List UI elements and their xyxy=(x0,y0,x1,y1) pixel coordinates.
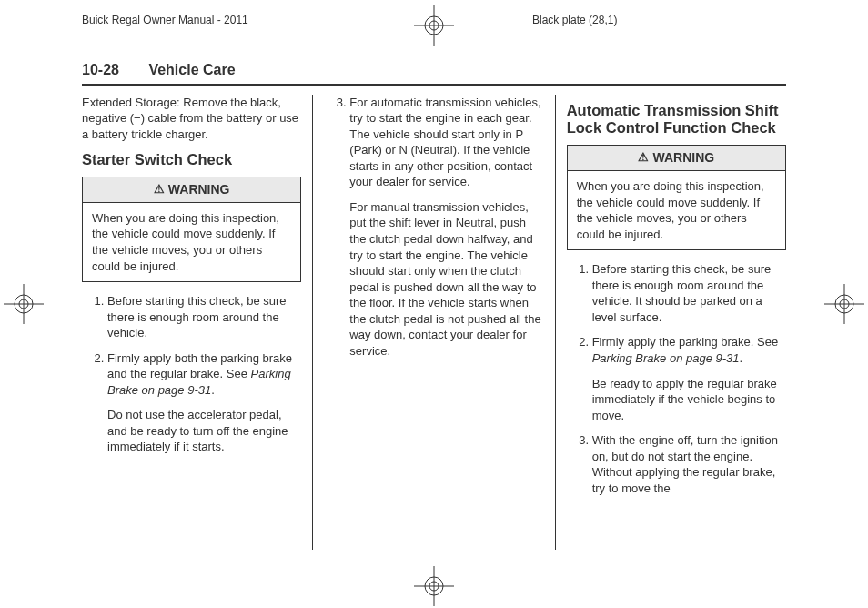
steps-list-cont: For automatic transmission vehicles, try… xyxy=(324,95,543,360)
page-body: 10-28 Vehicle Care Extended Storage: Rem… xyxy=(0,53,868,550)
heading-shift-lock: Automatic Transmission Shift Lock Contro… xyxy=(567,102,786,138)
intro-paragraph: Extended Storage: Remove the black, nega… xyxy=(82,95,301,143)
steps-list: Before starting this check, be sure ther… xyxy=(567,261,786,496)
registration-mark-left xyxy=(4,284,44,324)
step-1: Before starting this check, be sure ther… xyxy=(592,261,786,325)
column-1: Extended Storage: Remove the black, nega… xyxy=(82,95,312,550)
warning-icon: ⚠ xyxy=(154,182,165,196)
warning-body: When you are doing this inspection, the … xyxy=(83,203,300,281)
registration-mark-bottom xyxy=(414,566,454,606)
steps-list: Before starting this check, be sure ther… xyxy=(82,293,301,455)
step-1: Before starting this check, be sure ther… xyxy=(107,293,301,341)
warning-header: ⚠WARNING xyxy=(83,177,300,203)
content-columns: Extended Storage: Remove the black, nega… xyxy=(82,95,786,550)
section-title: Vehicle Care xyxy=(148,62,235,77)
warning-label: WARNING xyxy=(652,150,714,165)
step-2-followup: Be ready to apply the regular brake imme… xyxy=(592,376,786,424)
column-3: Automatic Transmission Shift Lock Contro… xyxy=(556,95,786,550)
section-header: 10-28 Vehicle Care xyxy=(82,53,786,86)
step-3-followup: For manual transmission vehicles, put th… xyxy=(349,199,543,359)
step-2: Firmly apply both the parking brake and … xyxy=(107,350,301,455)
warning-body: When you are doing this inspection, the … xyxy=(568,171,785,249)
step-2: Firmly apply the parking brake. See Park… xyxy=(592,334,786,423)
registration-mark-right xyxy=(824,284,864,324)
warning-label: WARNING xyxy=(168,182,230,197)
step-2-followup: Do not use the accelerator pedal, and be… xyxy=(107,407,301,455)
warning-box: ⚠WARNING When you are doing this inspect… xyxy=(567,145,786,250)
warning-box: ⚠WARNING When you are doing this inspect… xyxy=(82,177,301,282)
step-3: With the engine off, turn the ignition o… xyxy=(592,432,786,496)
header-right: Black plate (28,1) xyxy=(532,13,617,27)
column-2: For automatic transmission vehicles, try… xyxy=(313,95,554,550)
warning-header: ⚠WARNING xyxy=(568,146,785,171)
step-3: For automatic transmission vehicles, try… xyxy=(349,95,543,360)
print-header: Buick Regal Owner Manual - 2011 Black pl… xyxy=(0,0,868,53)
page-number: 10-28 xyxy=(82,62,119,77)
warning-icon: ⚠ xyxy=(638,150,649,164)
header-left: Buick Regal Owner Manual - 2011 xyxy=(82,13,248,27)
heading-starter-switch: Starter Switch Check xyxy=(82,151,301,169)
xref-parking-brake: Parking Brake on page 9‑31 xyxy=(592,351,740,365)
